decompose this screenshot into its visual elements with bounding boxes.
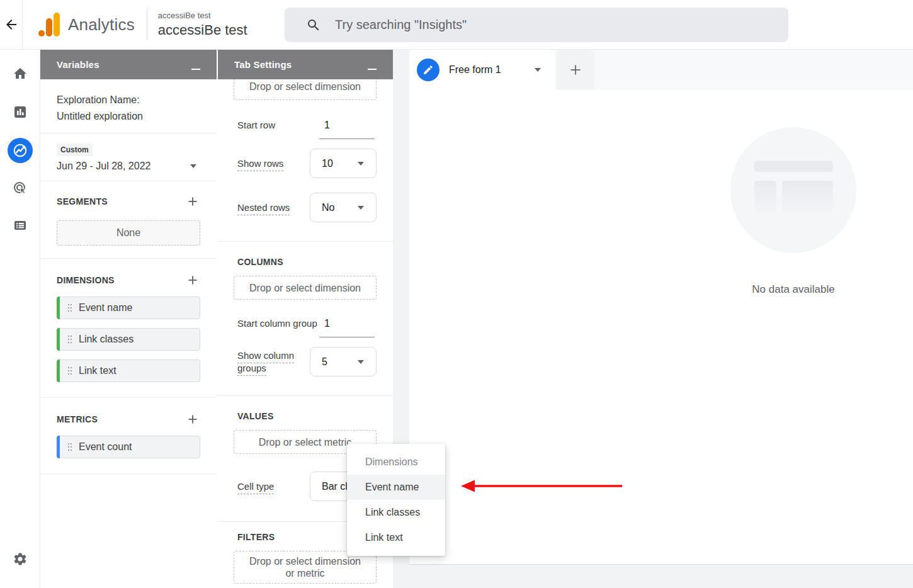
search-placeholder: Try searching "Insights" — [335, 18, 467, 32]
no-data-message: No data available — [730, 283, 856, 296]
variables-minimize-button[interactable] — [191, 69, 200, 70]
visualization-canvas: No data available — [409, 90, 913, 565]
show-rows-label: Show rows — [237, 158, 283, 171]
nav-home[interactable] — [13, 66, 28, 81]
no-data-placeholder: No data available — [730, 127, 856, 296]
segments-label: SEGMENTS — [57, 196, 108, 206]
tab-menu-caret-icon[interactable] — [535, 68, 541, 72]
gear-icon — [13, 551, 28, 567]
nav-library[interactable] — [13, 218, 28, 233]
drag-handle-icon — [68, 367, 69, 368]
visualization-tabbar: Free form 1 — [409, 50, 913, 90]
drag-handle-icon — [68, 443, 69, 444]
segments-section: SEGMENTS None — [40, 181, 217, 259]
date-custom-badge: Custom — [57, 144, 93, 156]
app-header: Analytics accessiBe test accessiBe test … — [0, 0, 913, 50]
dimension-chip[interactable]: Event name — [57, 297, 200, 319]
date-range-value: Jun 29 - Jul 28, 2022 — [57, 161, 150, 172]
back-arrow-icon — [4, 17, 19, 32]
tab-free-form-1[interactable]: Free form 1 — [409, 50, 555, 90]
columns-label: COLUMNS — [234, 242, 377, 267]
variables-panel-header: Variables — [40, 50, 217, 79]
nav-reports[interactable] — [13, 105, 28, 120]
nested-rows-select[interactable]: No — [310, 193, 377, 222]
rows-settings-section: Drop or select dimension Start row 1 Sho… — [218, 79, 393, 242]
dimension-chip-label: Link text — [79, 365, 116, 376]
home-icon — [13, 66, 28, 81]
library-icon — [13, 218, 28, 233]
start-row-label: Start row — [237, 119, 275, 132]
back-button[interactable] — [0, 0, 23, 50]
nav-explore-active[interactable] — [8, 138, 33, 163]
show-rows-value: 10 — [322, 158, 333, 169]
tab-settings-title: Tab Settings — [234, 59, 292, 70]
start-column-group-input[interactable]: 1 — [319, 318, 375, 337]
rows-dropzone[interactable]: Drop or select dimension — [234, 79, 377, 100]
menu-item-link-text[interactable]: Link text — [347, 525, 445, 550]
exploration-canvas-area: Free form 1 No data available — [393, 50, 913, 588]
account-name: accessiBe test — [158, 22, 247, 38]
date-caret-icon — [190, 164, 196, 168]
select-caret-icon — [358, 162, 364, 166]
start-column-group-label: Start column group — [237, 317, 317, 330]
account-switcher[interactable]: accessiBe test accessiBe test — [158, 11, 247, 38]
exploration-name-section: Exploration Name: Untitled exploration — [40, 79, 217, 133]
add-tab-button[interactable] — [557, 50, 594, 90]
add-segment-button[interactable] — [185, 194, 200, 209]
dimensions-label: DIMENSIONS — [57, 275, 115, 285]
menu-group-header: Dimensions — [347, 449, 445, 475]
dimension-select-menu: Dimensions Event name Link classes Link … — [347, 444, 445, 556]
drag-handle-icon — [68, 304, 69, 305]
google-analytics-icon — [38, 12, 60, 37]
pencil-icon — [422, 64, 434, 76]
date-range-selector[interactable]: Custom Jun 29 - Jul 28, 2022 — [40, 133, 217, 181]
show-column-groups-label: Show column groups — [237, 350, 294, 376]
nav-advertising[interactable] — [13, 181, 28, 196]
nav-admin-settings[interactable] — [13, 551, 28, 567]
tab-label: Free form 1 — [449, 64, 501, 76]
plus-icon — [186, 412, 200, 426]
header-divider — [147, 9, 147, 40]
left-nav-rail — [0, 50, 40, 588]
metric-chip-label: Event count — [79, 441, 132, 453]
select-caret-icon — [358, 360, 364, 364]
exploration-name-value[interactable]: Untitled exploration — [57, 108, 200, 125]
metrics-section: METRICS Event count — [40, 398, 217, 474]
start-row-input[interactable]: 1 — [319, 120, 375, 139]
reports-icon — [13, 105, 28, 120]
search-input[interactable]: Try searching "Insights" — [285, 8, 788, 42]
dimension-chip[interactable]: Link classes — [57, 328, 200, 351]
product-name: Analytics — [68, 15, 135, 35]
nested-rows-value: No — [322, 202, 334, 213]
account-type: accessiBe test — [158, 11, 247, 20]
tab-settings-minimize-button[interactable] — [368, 69, 377, 70]
plus-icon — [186, 273, 200, 287]
columns-dropzone[interactable]: Drop or select dimension — [234, 276, 377, 300]
drag-handle-icon — [68, 336, 69, 337]
cell-type-label: Cell type — [237, 481, 274, 494]
columns-settings-section: COLUMNS Drop or select dimension Start c… — [218, 242, 393, 396]
nested-rows-label: Nested rows — [237, 202, 290, 215]
metric-chip[interactable]: Event count — [57, 436, 200, 458]
analytics-logo: Analytics — [38, 12, 135, 37]
show-rows-select[interactable]: 10 — [310, 149, 377, 178]
dimension-chip[interactable]: Link text — [57, 359, 200, 382]
rows-dropzone-label: Drop or select dimension — [249, 81, 361, 93]
plus-icon — [567, 62, 584, 78]
values-dropzone-label: Drop or select metric — [259, 436, 352, 448]
segments-empty-dropzone[interactable]: None — [57, 220, 200, 246]
values-label: VALUES — [234, 396, 377, 421]
tab-edit-circle — [417, 59, 439, 81]
dimensions-section: DIMENSIONS Event name Link classes Link … — [40, 259, 217, 398]
tab-settings-panel-header: Tab Settings — [218, 50, 393, 79]
show-column-groups-select[interactable]: 5 — [310, 347, 377, 376]
segments-empty-label: None — [116, 227, 140, 239]
show-column-groups-value: 5 — [322, 356, 327, 368]
menu-item-event-name[interactable]: Event name — [347, 475, 445, 500]
select-caret-icon — [358, 206, 364, 210]
add-metric-button[interactable] — [185, 412, 200, 427]
exploration-name-label: Exploration Name: — [57, 92, 200, 108]
add-dimension-button[interactable] — [185, 273, 200, 288]
filters-dropzone-label: Drop or select dimension or metric — [247, 555, 363, 579]
menu-item-link-classes[interactable]: Link classes — [347, 500, 445, 525]
